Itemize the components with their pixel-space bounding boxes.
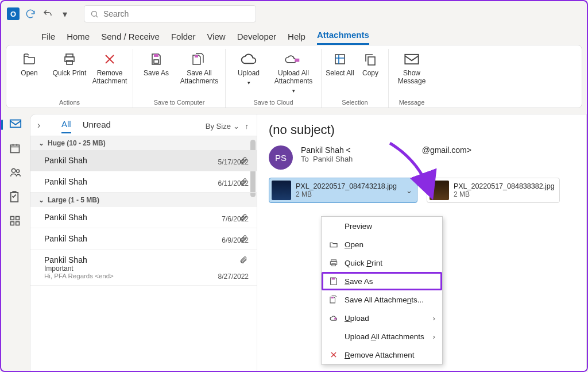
svg-rect-11 <box>10 120 21 128</box>
content-area: › All Unread By Size ⌄ ↑ ⌄Huge (10 - 25 … <box>30 114 587 372</box>
svg-rect-19 <box>16 222 20 225</box>
printer-icon <box>60 51 79 67</box>
filter-bar: All Unread By Size ⌄ ↑ <box>30 114 257 136</box>
open-button[interactable]: Open <box>10 49 49 97</box>
main-area: › All Unread By Size ⌄ ↑ ⌄Huge (10 - 25 … <box>1 114 587 372</box>
tab-send-receive[interactable]: Send / Receive <box>101 32 160 45</box>
message-list: › All Unread By Size ⌄ ↑ ⌄Huge (10 - 25 … <box>30 114 257 372</box>
ribbon-group-save-cloud: Upload▾ Upload All Attachments▾ Save to … <box>226 49 322 108</box>
ribbon-group-label: Save to Cloud <box>253 97 293 108</box>
chevron-down-icon[interactable]: ▾ <box>59 7 71 20</box>
filter-unread[interactable]: Unread <box>83 120 111 133</box>
tab-attachments[interactable]: Attachments <box>317 30 369 45</box>
select-all-button[interactable]: Select All <box>325 49 355 97</box>
tasks-icon[interactable] <box>9 191 22 204</box>
sort-dropdown[interactable]: By Size ⌄ <box>206 122 239 131</box>
floppy-icon <box>147 51 165 67</box>
menu-preview[interactable]: Preview <box>322 217 442 235</box>
menu-upload[interactable]: Upload› <box>322 309 442 327</box>
svg-rect-16 <box>11 217 14 220</box>
section-header-huge[interactable]: ⌄Huge (10 - 25 MB) <box>30 136 257 150</box>
attachment-card[interactable]: PXL_20220517_084743218.jpg 2 MB ⌄ <box>269 178 417 203</box>
search-input[interactable] <box>103 9 250 18</box>
floppy-multi-icon <box>328 294 339 305</box>
paperclip-icon <box>239 255 247 264</box>
title-bar: O ▾ <box>1 1 587 26</box>
folder-open-icon <box>328 239 339 250</box>
svg-rect-8 <box>335 55 345 64</box>
submenu-arrow-icon: › <box>433 314 436 323</box>
svg-point-14 <box>17 170 20 172</box>
people-icon[interactable] <box>9 167 22 179</box>
floppy-icon <box>328 276 339 286</box>
menu-open[interactable]: Open <box>322 235 442 254</box>
section-header-large[interactable]: ⌄Large (1 - 5 MB) <box>30 193 257 207</box>
attachment-name: PXL_20220517_084838382.jpg <box>454 182 555 190</box>
ribbon-group-actions: Open Quick Print Remove Attachment Actio… <box>6 49 133 108</box>
tab-developer[interactable]: Developer <box>237 32 276 45</box>
collapse-chevron-icon[interactable]: › <box>37 120 40 131</box>
quick-print-button[interactable]: Quick Print <box>50 49 89 97</box>
attachment-size: 2 MB <box>296 190 397 198</box>
show-message-button[interactable]: Show Message <box>392 49 431 97</box>
svg-rect-5 <box>154 60 158 63</box>
save-all-button[interactable]: Save All Attachments <box>177 49 222 97</box>
apps-icon[interactable] <box>9 215 22 228</box>
sort-direction-icon[interactable]: ↑ <box>245 122 249 131</box>
svg-point-0 <box>92 11 97 16</box>
svg-rect-24 <box>331 297 333 298</box>
calendar-icon[interactable] <box>9 143 22 155</box>
ribbon-group-message: Show Message Message <box>389 49 435 108</box>
svg-rect-15 <box>11 193 18 202</box>
sync-icon[interactable] <box>24 7 37 20</box>
svg-rect-12 <box>11 145 20 152</box>
svg-rect-17 <box>16 217 20 220</box>
upload-button[interactable]: Upload▾ <box>229 49 268 97</box>
attachment-name: PXL_20220517_084743218.jpg <box>296 182 397 190</box>
filter-all[interactable]: All <box>61 119 71 133</box>
remove-attachment-button[interactable]: Remove Attachment <box>90 49 129 97</box>
copy-button[interactable]: Copy <box>356 49 385 97</box>
outlook-logo: O <box>7 7 20 20</box>
message-item[interactable]: Pankil Shah 5/17/2022 <box>30 150 257 171</box>
left-rail <box>1 114 30 372</box>
undo-icon[interactable] <box>41 7 54 20</box>
message-item[interactable]: Pankil Shah 6/11/2022 <box>30 171 257 193</box>
attachment-card[interactable]: PXL_20220517_084838382.jpg 2 MB <box>427 178 560 203</box>
tab-folder[interactable]: Folder <box>171 32 196 45</box>
menu-upload-all[interactable]: Upload All Attachments› <box>322 327 442 346</box>
menu-quick-print[interactable]: Quick Print <box>322 254 442 272</box>
chevron-down-icon: ⌄ <box>233 122 239 131</box>
svg-rect-6 <box>195 55 198 57</box>
svg-rect-22 <box>332 263 335 266</box>
cloud-icon <box>328 313 339 323</box>
svg-rect-9 <box>368 57 375 65</box>
menu-remove-attachment[interactable]: Remove Attachment <box>322 346 442 364</box>
from-info: Pankil Shah < @gmail.com> To Pankil Shah <box>301 145 471 163</box>
ribbon-group-label: Save to Computer <box>154 97 205 108</box>
submenu-arrow-icon: › <box>433 332 436 341</box>
message-item[interactable]: Pankil Shah Important Hi, PFA Regards <e… <box>30 250 257 286</box>
message-item[interactable]: Pankil Shah 7/6/2022 <box>30 207 257 228</box>
chevron-down-icon: ⌄ <box>38 139 44 147</box>
cloud-icon <box>239 51 258 67</box>
search-box[interactable] <box>84 5 256 22</box>
message-item[interactable]: Pankil Shah 6/9/2022 <box>30 228 257 250</box>
save-as-button[interactable]: Save As <box>137 49 176 97</box>
tab-help[interactable]: Help <box>288 32 305 45</box>
attachment-context-menu: Preview Open Quick Print Save As Save Al… <box>321 216 443 365</box>
attachment-size: 2 MB <box>454 190 555 198</box>
menu-save-as[interactable]: Save As <box>322 272 442 290</box>
floppy-multi-icon <box>190 51 208 67</box>
chevron-down-icon[interactable]: ⌄ <box>406 186 412 195</box>
upload-all-button[interactable]: Upload All Attachments▾ <box>269 49 318 97</box>
tab-view[interactable]: View <box>207 32 225 45</box>
mail-icon[interactable] <box>9 118 22 131</box>
tab-file[interactable]: File <box>41 32 55 45</box>
ribbon-group-label: Message <box>399 97 425 108</box>
menu-save-all[interactable]: Save All Attachments... <box>322 290 442 309</box>
envelope-icon <box>403 51 421 67</box>
tab-home[interactable]: Home <box>67 32 90 45</box>
attachment-thumbnail <box>272 181 291 200</box>
svg-rect-23 <box>332 278 335 279</box>
